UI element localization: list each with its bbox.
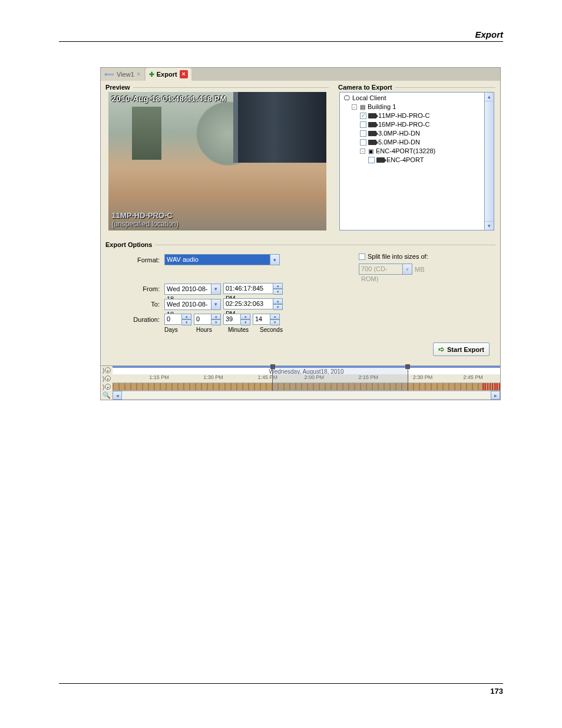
encoder-icon: ▣: [367, 147, 374, 156]
camera-icon: [368, 140, 376, 145]
camera-icon: [368, 122, 376, 127]
arrow-right-icon: ➪: [438, 345, 445, 354]
checkbox[interactable]: [360, 121, 366, 128]
play-icon[interactable]: ▸: [105, 375, 111, 381]
start-export-button[interactable]: ➪ Start Export: [433, 342, 490, 356]
tree-encoder: ENC-4PORT(13228): [376, 147, 435, 156]
export-plus-icon: ✚: [149, 71, 154, 78]
chevron-down-icon[interactable]: ▾: [211, 299, 221, 310]
close-icon[interactable]: ×: [137, 70, 141, 78]
tab-bar: ⟸ View1 × ✚ Export ×: [101, 68, 500, 81]
preview-group: Preview 2010-Aug-18 01:48:11.418 PM 11MP…: [102, 81, 332, 236]
seconds-sublabel: Seconds: [260, 327, 292, 333]
tree-camera-item[interactable]: 3.0MP-HD-DN: [360, 129, 482, 138]
tree-camera-item[interactable]: ✓11MP-HD-PRO-C: [360, 111, 482, 120]
timeline: )▸ Wednesday, August18, 2010 )▸ 1:15 PM …: [101, 365, 500, 400]
page-number: 173: [490, 687, 503, 696]
zoom-icon[interactable]: 🔍: [101, 391, 113, 400]
video-camera-name: 11MP-HD-PRO-C: [112, 211, 173, 220]
duration-seconds-spinner[interactable]: 14▴▾: [253, 314, 280, 325]
duration-label: Duration:: [110, 316, 162, 323]
hours-sublabel: Hours: [196, 327, 228, 333]
scroll-up-icon[interactable]: ▴: [485, 93, 494, 101]
options-group: Export Options Format: WAV audio ▾ From:…: [102, 239, 499, 365]
paren-icon: ): [103, 375, 105, 382]
timeline-track[interactable]: [113, 383, 500, 391]
collapse-icon[interactable]: -: [360, 149, 365, 154]
close-icon[interactable]: ×: [180, 70, 188, 78]
video-preview[interactable]: 2010-Aug-18 01:48:11.418 PM 11MP-HD-PRO-…: [108, 92, 326, 230]
camera-group: Camera to Export 🖵Local Client -▤Buildin…: [335, 81, 499, 236]
header-rule: [59, 41, 503, 42]
days-sublabel: Days: [164, 327, 196, 333]
tree-camera-item[interactable]: ENC-4PORT: [368, 156, 482, 164]
paren-icon: ): [103, 367, 105, 374]
tab-export[interactable]: ✚ Export ×: [146, 68, 191, 81]
tree-root: Local Client: [352, 94, 386, 103]
from-time-spinner[interactable]: 01:46:17:845 PM ▴▾: [223, 283, 283, 295]
checkbox[interactable]: [360, 139, 366, 146]
format-dropdown[interactable]: WAV audio ▾: [164, 254, 280, 265]
duration-days-spinner[interactable]: 0▴▾: [164, 314, 191, 325]
camera-icon: [376, 157, 385, 163]
to-label: To:: [110, 301, 162, 308]
server-icon: ▤: [359, 103, 366, 111]
tree-camera-item[interactable]: 5.0MP-HD-DN: [360, 138, 482, 147]
chevron-down-icon: ▾: [403, 263, 412, 275]
checkbox[interactable]: [368, 157, 375, 163]
play-icon[interactable]: ▸: [105, 384, 111, 390]
spin-down-icon[interactable]: ▾: [273, 289, 283, 295]
chevron-down-icon[interactable]: ▾: [211, 284, 221, 295]
spin-down-icon[interactable]: ▾: [273, 304, 283, 310]
camera-icon: [368, 131, 376, 136]
split-label: Split file into sizes of:: [368, 253, 428, 260]
duration-hours-spinner[interactable]: 0▴▾: [194, 314, 221, 325]
tab-view1[interactable]: ⟸ View1 ×: [101, 68, 144, 81]
scroll-right-icon[interactable]: ▸: [491, 391, 500, 400]
camera-title: Camera to Export: [338, 84, 392, 91]
play-icon[interactable]: ▸: [105, 367, 111, 373]
to-date-dropdown[interactable]: Wed 2010-08-18 ▾: [164, 299, 221, 310]
checkbox[interactable]: [360, 130, 366, 137]
tree-site: Building 1: [368, 103, 396, 111]
collapse-icon[interactable]: -: [352, 104, 357, 110]
video-location: (unspecified location): [112, 220, 178, 228]
checkbox-checked[interactable]: ✓: [360, 113, 366, 119]
back-arrow-icon: ⟸: [104, 70, 114, 78]
scroll-left-icon[interactable]: ◂: [113, 391, 122, 400]
monitor-icon: 🖵: [343, 94, 351, 103]
footer-rule: [59, 683, 503, 684]
split-size-dropdown: 700 (CD-ROM) ▾: [359, 263, 412, 275]
from-label: From:: [110, 285, 162, 292]
spin-up-icon[interactable]: ▴: [273, 283, 283, 289]
timeline-ruler[interactable]: 1:15 PM 1:30 PM 1:45 PM 2:00 PM 2:15 PM …: [113, 374, 500, 383]
chevron-down-icon[interactable]: ▾: [270, 254, 280, 265]
tab-view1-label: View1: [117, 71, 134, 78]
format-label: Format:: [110, 256, 162, 263]
video-timestamp: 2010-Aug-18 01:48:11.418 PM: [112, 94, 227, 103]
options-title: Export Options: [105, 241, 152, 248]
spin-up-icon[interactable]: ▴: [273, 298, 283, 304]
minutes-sublabel: Minutes: [228, 327, 260, 333]
tab-export-label: Export: [157, 71, 177, 78]
scroll-down-icon[interactable]: ▾: [485, 221, 494, 230]
camera-tree[interactable]: 🖵Local Client -▤Building 1 ✓11MP-HD-PRO-…: [339, 92, 485, 230]
camera-icon: [368, 113, 376, 118]
paren-icon: ): [103, 383, 105, 390]
timeline-scrollbar[interactable]: ◂ ▸: [113, 391, 500, 400]
preview-title: Preview: [105, 84, 130, 91]
start-export-label: Start Export: [447, 346, 484, 353]
duration-minutes-spinner[interactable]: 39▴▾: [223, 314, 250, 325]
timeline-date: Wednesday, August18, 2010: [113, 366, 500, 374]
split-unit: MB: [415, 266, 425, 273]
split-checkbox[interactable]: [359, 253, 365, 260]
from-date-dropdown[interactable]: Wed 2010-08-18 ▾: [164, 284, 221, 295]
to-time-spinner[interactable]: 02:25:32:063 PM ▴▾: [223, 298, 283, 310]
tree-camera-item[interactable]: 16MP-HD-PRO-C: [360, 120, 482, 129]
page-header: Export: [475, 29, 503, 39]
format-value: WAV audio: [164, 254, 270, 265]
export-window: ⟸ View1 × ✚ Export × Preview 2010-Aug-18…: [100, 67, 501, 400]
tree-scrollbar[interactable]: ▴ ▾: [485, 92, 494, 230]
